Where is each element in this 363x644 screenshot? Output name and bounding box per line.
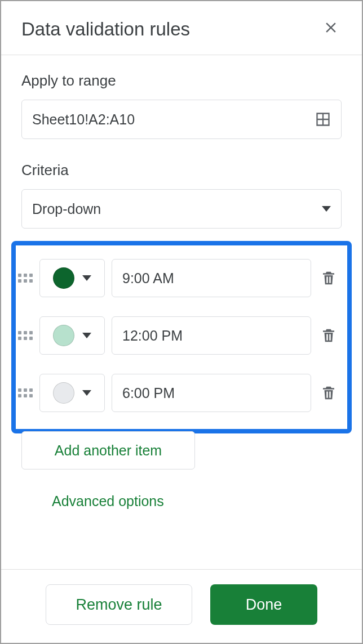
delete-item-button[interactable] [320, 326, 337, 345]
trash-icon [320, 326, 337, 345]
trash-icon [320, 383, 337, 402]
color-swatch [53, 382, 74, 404]
item-value-input[interactable] [112, 259, 311, 297]
drag-handle[interactable] [18, 274, 33, 283]
trash-icon [320, 269, 337, 288]
close-icon [322, 19, 339, 36]
item-value-input[interactable] [112, 316, 311, 355]
caret-down-icon [82, 275, 91, 281]
range-input-box[interactable]: Sheet10!A2:A10 [21, 100, 342, 139]
color-swatch [53, 325, 74, 346]
footer: Remove rule Done [1, 569, 362, 643]
item-value-input[interactable] [112, 374, 311, 412]
caret-down-icon [82, 390, 91, 396]
select-range-icon[interactable] [315, 111, 331, 127]
close-button[interactable] [320, 17, 342, 41]
remove-rule-button[interactable]: Remove rule [46, 584, 192, 625]
range-value: Sheet10!A2:A10 [32, 111, 135, 128]
caret-down-icon [82, 333, 91, 338]
caret-down-icon [322, 206, 331, 212]
done-button[interactable]: Done [210, 584, 317, 625]
range-label: Apply to range [21, 72, 342, 90]
scroll-area[interactable]: Apply to range Sheet10!A2:A10 Criteria D… [1, 55, 362, 569]
criteria-select[interactable]: Drop-down [21, 189, 342, 229]
delete-item-button[interactable] [320, 269, 337, 288]
item-color-picker[interactable] [39, 316, 105, 355]
delete-item-button[interactable] [320, 383, 337, 402]
item-color-picker[interactable] [39, 259, 105, 297]
color-swatch [53, 267, 74, 289]
item-color-picker[interactable] [39, 374, 105, 412]
dropdown-item-row [16, 259, 339, 297]
panel-title: Data validation rules [21, 19, 190, 40]
advanced-options-toggle[interactable]: Advanced options [52, 493, 164, 509]
drag-handle[interactable] [18, 331, 33, 340]
dropdown-item-row [16, 374, 339, 412]
dropdown-item-row [16, 316, 339, 355]
add-another-item-button[interactable]: Add another item [21, 431, 195, 469]
criteria-label: Criteria [21, 162, 342, 179]
drag-handle[interactable] [18, 388, 33, 397]
criteria-value: Drop-down [32, 201, 101, 217]
items-highlight-box [11, 241, 352, 433]
